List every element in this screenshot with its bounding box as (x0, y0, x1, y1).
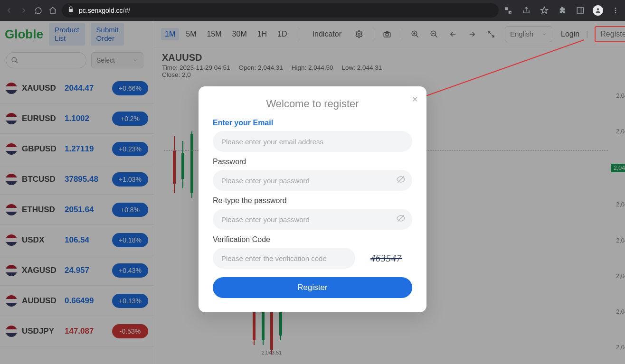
translate-icon[interactable] (502, 5, 514, 16)
y-tick: 2,044.47 (611, 164, 625, 172)
instrument-change: +0.23% (112, 142, 148, 156)
password-label: Password (213, 158, 412, 166)
password2-input[interactable] (213, 209, 412, 230)
instrument-price: 2044.47 (65, 84, 107, 93)
arrow-right-icon[interactable] (467, 29, 477, 39)
register-link[interactable]: Register (595, 26, 625, 42)
flag-icon (6, 204, 17, 215)
instrument-symbol: XAUUSD (22, 84, 60, 93)
browser-right-icons (502, 5, 621, 16)
flag-icon (6, 295, 17, 307)
timeframe-5M[interactable]: 5M (182, 28, 200, 40)
login-link[interactable]: Login (561, 30, 579, 38)
instrument-symbol: BTCUSD (22, 175, 60, 184)
back-icon[interactable] (4, 5, 15, 16)
arrow-left-icon[interactable] (448, 29, 458, 39)
instrument-row[interactable]: XAUUSD 2044.47 +0.66% (0, 73, 154, 103)
fullscreen-icon[interactable] (486, 29, 496, 39)
language-select[interactable]: English (505, 26, 552, 42)
chevron-down-icon (541, 31, 547, 37)
app-root: Globle Product List Submit Order Select … (0, 21, 625, 364)
register-submit-button[interactable]: Register (213, 277, 412, 298)
share-icon[interactable] (521, 5, 532, 16)
profile-avatar[interactable] (593, 5, 603, 16)
instrument-row[interactable]: GBPUSD 1.27119 +0.23% (0, 134, 154, 164)
tab-product-list[interactable]: Product List (49, 23, 85, 46)
panel-icon[interactable] (575, 5, 586, 16)
instrument-row[interactable]: XAGUSD 24.957 +0.43% (0, 255, 154, 286)
flag-icon (6, 326, 17, 337)
tab-submit-order[interactable]: Submit Order (91, 23, 124, 46)
instrument-change: +0.8% (112, 203, 148, 217)
instrument-row[interactable]: USDJPY 147.087 -0.53% (0, 316, 154, 346)
timeframe-1M[interactable]: 1M (161, 28, 179, 40)
flag-icon (6, 174, 17, 185)
instrument-change: +1.03% (112, 172, 148, 187)
zoom-out-icon[interactable] (429, 29, 439, 39)
close-icon[interactable]: ✕ (412, 95, 418, 104)
address-bar[interactable]: pc.senxgold.cc/#/ (62, 3, 499, 18)
brand-row: Globle Product List Submit Order (0, 21, 154, 47)
reload-icon[interactable] (33, 5, 44, 16)
instrument-list: XAUUSD 2044.47 +0.66% EURUSD 1.1002 +0.2… (0, 73, 154, 364)
camera-icon[interactable] (382, 29, 392, 39)
instrument-symbol: USDX (22, 235, 60, 245)
email-input[interactable] (213, 131, 412, 152)
instrument-change: +0.13% (112, 294, 148, 308)
timeframe-30M[interactable]: 30M (228, 28, 251, 40)
instrument-change: +0.2% (112, 112, 148, 126)
eye-off-icon[interactable] (396, 175, 406, 186)
instrument-change: +0.18% (112, 233, 148, 247)
instrument-row[interactable]: USDX 106.54 +0.18% (0, 225, 154, 255)
forward-icon[interactable] (19, 5, 29, 16)
chart-high: High: 2,044.50 (292, 64, 333, 71)
zoom-in-icon[interactable] (410, 29, 420, 39)
svg-point-2 (597, 8, 599, 10)
star-icon[interactable] (539, 5, 550, 16)
instrument-symbol: ETHUSD (22, 205, 60, 215)
email-label: Enter your Email (213, 119, 412, 127)
chart-open: Open: 2,044.31 (239, 64, 283, 71)
instrument-symbol: XAGUSD (22, 266, 60, 275)
eye-off-icon[interactable] (396, 214, 406, 225)
instrument-row[interactable]: ETHUSD 2051.64 +0.8% (0, 195, 154, 225)
separator (401, 28, 401, 40)
instrument-row[interactable]: EURUSD 1.1002 +0.2% (0, 103, 154, 134)
timeframe-15M[interactable]: 15M (203, 28, 225, 40)
svg-point-4 (615, 10, 616, 11)
timeframe-1H[interactable]: 1H (254, 28, 271, 40)
chevron-down-icon (133, 57, 138, 63)
search-icon (11, 56, 19, 64)
flag-icon (6, 113, 17, 124)
instrument-row[interactable]: AUDUSD 0.66499 +0.13% (0, 286, 154, 316)
category-select[interactable]: Select (91, 52, 143, 68)
chart-toolbar: 1M5M15M30M1H1D Indicator English Login |… (154, 21, 625, 47)
gear-icon[interactable] (354, 29, 364, 39)
timeframe-1D[interactable]: 1D (274, 28, 291, 40)
captcha-image[interactable]: 463547 (360, 250, 412, 267)
chart-time: Time: 2023-11-29 04:51 (162, 64, 230, 71)
search-input[interactable] (6, 52, 86, 68)
flag-icon (6, 234, 17, 246)
modal-title: Welcome to register (213, 98, 412, 110)
svg-point-8 (358, 33, 360, 35)
instrument-price: 2051.64 (65, 205, 107, 215)
instrument-price: 106.54 (65, 235, 107, 245)
search-row: Select (0, 47, 154, 73)
code-input[interactable] (213, 248, 355, 269)
password-input[interactable] (213, 170, 412, 191)
y-tick: 2,043.30 (611, 308, 625, 315)
svg-point-6 (12, 57, 16, 62)
instrument-price: 147.087 (65, 327, 107, 336)
auth-links: Login | Register (561, 26, 625, 42)
instrument-row[interactable]: BTCUSD 37895.48 +1.03% (0, 164, 154, 195)
svg-point-5 (615, 12, 616, 13)
chart-ohlc-info: Time: 2023-11-29 04:51 Open: 2,044.31 Hi… (162, 64, 625, 71)
extensions-icon[interactable] (557, 5, 568, 16)
flag-icon (6, 83, 17, 94)
home-icon[interactable] (47, 5, 58, 16)
url-text: pc.senxgold.cc/#/ (79, 7, 130, 14)
indicator-button[interactable]: Indicator (309, 28, 345, 40)
instrument-price: 1.27119 (65, 144, 107, 154)
menu-icon[interactable] (610, 5, 621, 16)
